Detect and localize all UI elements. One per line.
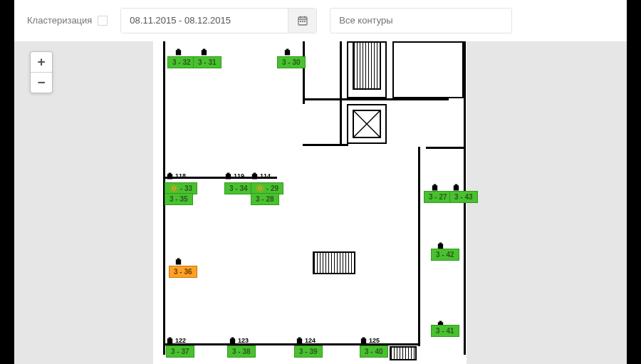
zoom-control: + − [30, 51, 53, 93]
clustering-toggle-group: Кластеризация [27, 15, 108, 26]
svg-rect-6 [304, 21, 306, 22]
camera-marker[interactable] [283, 47, 291, 57]
zone-tag[interactable]: 3 - 35 [165, 193, 193, 205]
sensor-id: 123 [238, 337, 249, 344]
camera-icon [166, 171, 174, 181]
floor-plan: 118 119 114 122 [153, 41, 467, 364]
sensor-marker[interactable]: 123 [229, 336, 249, 345]
zone-tag[interactable]: 3 - 36 [169, 266, 197, 278]
sensor-marker[interactable]: 122 [166, 336, 186, 345]
sensor-id: 122 [175, 337, 186, 344]
camera-icon [224, 171, 232, 181]
sensor-marker[interactable]: 124 [296, 336, 316, 345]
camera-marker[interactable] [174, 256, 182, 266]
camera-icon [174, 256, 182, 266]
svg-rect-4 [300, 21, 301, 22]
camera-icon [174, 47, 182, 57]
calendar-icon [298, 16, 308, 26]
sensor-id: 114 [260, 172, 271, 180]
date-range-group [120, 8, 317, 33]
zone-tag[interactable]: 3 - 40 [360, 345, 388, 358]
sensor-marker[interactable]: 125 [360, 336, 380, 345]
zone-tag[interactable]: 3 - 34 [224, 182, 253, 194]
zone-tag[interactable]: 3 - 28 [251, 193, 279, 205]
map-viewport[interactable]: + − [14, 41, 627, 364]
clustering-checkbox[interactable] [98, 16, 108, 26]
clustering-label: Кластеризация [27, 15, 92, 26]
camera-icon [251, 171, 259, 181]
zoom-in-button[interactable]: + [31, 52, 52, 72]
zone-tag[interactable]: 3 - 42 [431, 249, 459, 261]
elevator-cross-icon [353, 110, 381, 138]
contour-select[interactable] [330, 8, 512, 33]
vent-icon [313, 251, 355, 274]
sensor-marker[interactable]: 119 [224, 171, 244, 181]
camera-icon [360, 336, 368, 345]
zoom-out-button[interactable]: − [31, 72, 52, 93]
zone-tag[interactable]: 3 - 30 [277, 56, 306, 68]
stairwell-icon [353, 41, 381, 90]
calendar-button[interactable] [288, 9, 316, 33]
zone-tag[interactable]: 3 - 39 [294, 345, 323, 358]
camera-marker[interactable] [174, 47, 182, 57]
camera-icon [283, 47, 291, 57]
camera-marker[interactable] [200, 47, 208, 57]
app-frame: Кластеризация + − [14, 0, 627, 364]
sensor-id: 118 [175, 172, 186, 180]
zone-tag[interactable]: 3 - 43 [449, 191, 478, 203]
svg-rect-5 [302, 21, 303, 22]
stairwell-icon [390, 346, 417, 360]
toolbar: Кластеризация [14, 0, 627, 41]
sensor-marker[interactable]: 114 [251, 171, 271, 181]
sensor-id: 124 [305, 337, 316, 344]
zone-tag[interactable]: 3 - 27 [424, 191, 452, 203]
camera-icon [296, 336, 303, 345]
zone-tag[interactable]: 3 - 32 [167, 56, 196, 68]
sensor-id: 125 [369, 337, 380, 344]
sensor-marker[interactable]: 118 [166, 171, 186, 181]
camera-icon [200, 47, 208, 57]
zone-tag[interactable]: 3 - 31 [193, 56, 222, 68]
zone-tag[interactable]: 3 - 37 [166, 345, 194, 358]
sensor-id: 119 [234, 172, 244, 180]
zone-tag[interactable]: 3 - 38 [227, 345, 256, 358]
zone-tag[interactable]: 3 - 41 [431, 325, 459, 337]
camera-icon [166, 336, 174, 345]
camera-icon [229, 336, 236, 345]
date-range-input[interactable] [121, 9, 288, 33]
